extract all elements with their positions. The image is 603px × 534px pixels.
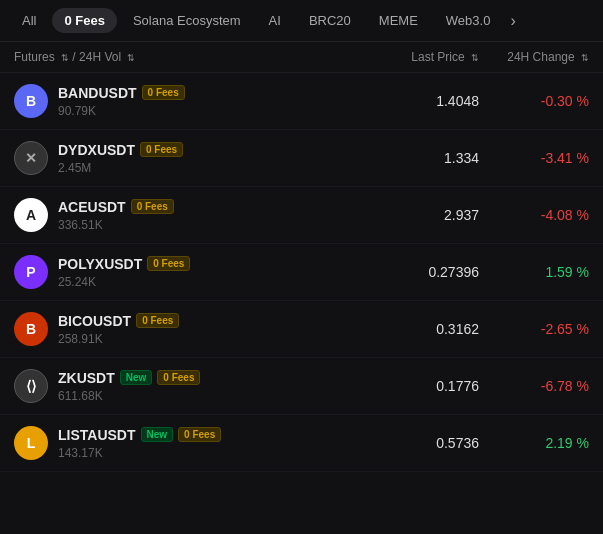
asset-left-1: ✕DYDXUSDT0 Fees2.45M <box>14 141 329 175</box>
asset-volume: 143.17K <box>58 446 221 460</box>
fees-badge: 0 Fees <box>136 313 179 328</box>
asset-change: -2.65 % <box>489 321 589 337</box>
asset-icon-polyxusdt: P <box>14 255 48 289</box>
asset-name-row-3: POLYXUSDT0 Fees <box>58 256 190 272</box>
asset-volume: 25.24K <box>58 275 190 289</box>
asset-price: 0.27396 <box>329 264 489 280</box>
asset-icon-bandusdt: B <box>14 84 48 118</box>
asset-price: 1.334 <box>329 150 489 166</box>
new-badge: New <box>120 370 153 385</box>
asset-price: 0.3162 <box>329 321 489 337</box>
change-sort-icon[interactable]: ⇅ <box>581 53 589 63</box>
new-badge: New <box>141 427 174 442</box>
change-label: 24H Change <box>507 50 574 64</box>
asset-price: 0.5736 <box>329 435 489 451</box>
asset-price: 2.937 <box>329 207 489 223</box>
asset-name-row-5: ZKUSDTNew0 Fees <box>58 370 200 386</box>
tab-solana[interactable]: Solana Ecosystem <box>121 8 253 33</box>
asset-info-4: BICOUSDT0 Fees258.91K <box>58 313 179 346</box>
table-row[interactable]: LLISTAUSDTNew0 Fees143.17K0.57362.19 % <box>0 415 603 472</box>
table-row[interactable]: PPOLYXUSDT0 Fees25.24K0.273961.59 % <box>0 244 603 301</box>
fees-badge: 0 Fees <box>157 370 200 385</box>
fees-badge: 0 Fees <box>140 142 183 157</box>
table-row[interactable]: BBICOUSDT0 Fees258.91K0.3162-2.65 % <box>0 301 603 358</box>
asset-icon-aceusdt: A <box>14 198 48 232</box>
asset-change: -6.78 % <box>489 378 589 394</box>
asset-left-4: BBICOUSDT0 Fees258.91K <box>14 312 329 346</box>
asset-change: -4.08 % <box>489 207 589 223</box>
asset-price: 0.1776 <box>329 378 489 394</box>
table-row[interactable]: ✕DYDXUSDT0 Fees2.45M1.334-3.41 % <box>0 130 603 187</box>
asset-left-5: ⟨⟩ZKUSDTNew0 Fees611.68K <box>14 369 329 403</box>
asset-info-1: DYDXUSDT0 Fees2.45M <box>58 142 183 175</box>
asset-icon-dydxusdt: ✕ <box>14 141 48 175</box>
tab-brc20[interactable]: BRC20 <box>297 8 363 33</box>
asset-name-row-2: ACEUSDT0 Fees <box>58 199 174 215</box>
tab-web3[interactable]: Web3.0 <box>434 8 503 33</box>
fees-badge: 0 Fees <box>178 427 221 442</box>
asset-change: -3.41 % <box>489 150 589 166</box>
asset-icon-listausdt: L <box>14 426 48 460</box>
asset-volume: 336.51K <box>58 218 174 232</box>
asset-name: BICOUSDT <box>58 313 131 329</box>
asset-name: BANDUSDT <box>58 85 137 101</box>
column-headers: Futures ⇅ / 24H Vol ⇅ Last Price ⇅ 24H C… <box>0 42 603 73</box>
asset-change: 1.59 % <box>489 264 589 280</box>
asset-left-0: BBANDUSDT0 Fees90.79K <box>14 84 329 118</box>
asset-info-2: ACEUSDT0 Fees336.51K <box>58 199 174 232</box>
asset-name-row-1: DYDXUSDT0 Fees <box>58 142 183 158</box>
tab-all[interactable]: All <box>10 8 48 33</box>
asset-info-6: LISTAUSDTNew0 Fees143.17K <box>58 427 221 460</box>
vol-label: 24H Vol <box>79 50 121 64</box>
tab-more-button[interactable]: › <box>510 12 515 30</box>
vol-sort-icon[interactable]: ⇅ <box>127 53 135 63</box>
change-col-header: 24H Change ⇅ <box>489 50 589 64</box>
fees-badge: 0 Fees <box>142 85 185 100</box>
price-sort-icon[interactable]: ⇅ <box>471 53 479 63</box>
price-col-header: Last Price ⇅ <box>329 50 489 64</box>
asset-info-5: ZKUSDTNew0 Fees611.68K <box>58 370 200 403</box>
asset-name-row-6: LISTAUSDTNew0 Fees <box>58 427 221 443</box>
asset-name: ACEUSDT <box>58 199 126 215</box>
tab-ai[interactable]: AI <box>257 8 293 33</box>
asset-price: 1.4048 <box>329 93 489 109</box>
asset-name: ZKUSDT <box>58 370 115 386</box>
asset-info-3: POLYXUSDT0 Fees25.24K <box>58 256 190 289</box>
asset-left-6: LLISTAUSDTNew0 Fees143.17K <box>14 426 329 460</box>
asset-volume: 2.45M <box>58 161 183 175</box>
asset-name: LISTAUSDT <box>58 427 136 443</box>
table-row[interactable]: ⟨⟩ZKUSDTNew0 Fees611.68K0.1776-6.78 % <box>0 358 603 415</box>
asset-name: DYDXUSDT <box>58 142 135 158</box>
tab-bar: All0 FeesSolana EcosystemAIBRC20MEMEWeb3… <box>0 0 603 42</box>
price-label: Last Price <box>411 50 464 64</box>
table-row[interactable]: AACEUSDT0 Fees336.51K2.937-4.08 % <box>0 187 603 244</box>
asset-volume: 611.68K <box>58 389 200 403</box>
asset-list: BBANDUSDT0 Fees90.79K1.4048-0.30 %✕DYDXU… <box>0 73 603 472</box>
asset-change: 2.19 % <box>489 435 589 451</box>
asset-icon-bicousdt: B <box>14 312 48 346</box>
fees-badge: 0 Fees <box>131 199 174 214</box>
fees-badge: 0 Fees <box>147 256 190 271</box>
tab-0fees[interactable]: 0 Fees <box>52 8 116 33</box>
asset-left-2: AACEUSDT0 Fees336.51K <box>14 198 329 232</box>
asset-volume: 90.79K <box>58 104 185 118</box>
asset-name: POLYXUSDT <box>58 256 142 272</box>
asset-left-3: PPOLYXUSDT0 Fees25.24K <box>14 255 329 289</box>
tab-meme[interactable]: MEME <box>367 8 430 33</box>
asset-info-0: BANDUSDT0 Fees90.79K <box>58 85 185 118</box>
asset-change: -0.30 % <box>489 93 589 109</box>
asset-name-row-0: BANDUSDT0 Fees <box>58 85 185 101</box>
futures-col-header: Futures ⇅ / 24H Vol ⇅ <box>14 50 329 64</box>
futures-label: Futures <box>14 50 55 64</box>
futures-sort-icon[interactable]: ⇅ <box>61 53 69 63</box>
table-row[interactable]: BBANDUSDT0 Fees90.79K1.4048-0.30 % <box>0 73 603 130</box>
asset-icon-zkusdt: ⟨⟩ <box>14 369 48 403</box>
asset-name-row-4: BICOUSDT0 Fees <box>58 313 179 329</box>
asset-volume: 258.91K <box>58 332 179 346</box>
